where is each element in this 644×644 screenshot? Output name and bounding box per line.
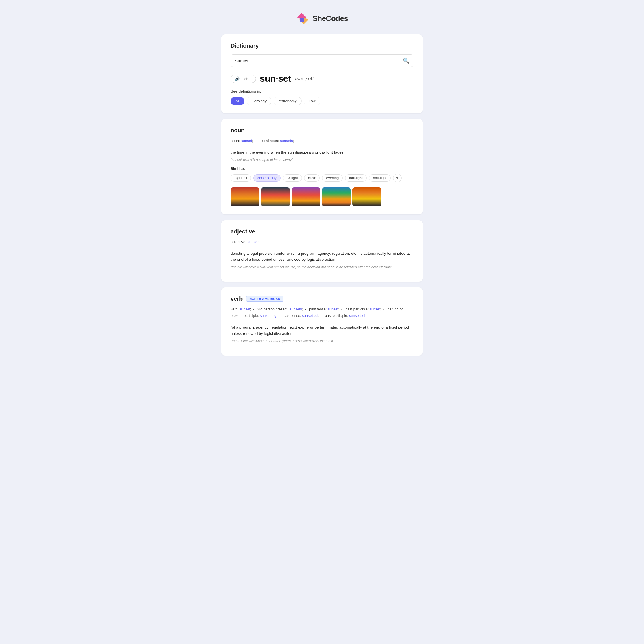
sunset-image-2 [261, 187, 290, 206]
sim-tag-dusk[interactable]: dusk [304, 174, 320, 182]
noun-definition: the time in the evening when the sun dis… [231, 149, 413, 156]
third-person-link[interactable]: sunsets [290, 307, 302, 311]
listen-label: Listen [241, 76, 252, 81]
plural-label: plural noun: [259, 139, 279, 143]
similiar-row: nightfall close of day twilight dusk eve… [231, 174, 413, 182]
adj-example: "the bill will have a two-year sunset cl… [231, 265, 413, 269]
sunset-image-5 [352, 187, 381, 206]
verb-pos-title: verb [231, 296, 243, 302]
adjective-card: adjective adjective: sunset; denoting a … [221, 220, 423, 282]
see-defs-label: See definitions in: [231, 89, 413, 93]
speaker-icon: 🔊 [235, 76, 240, 81]
category-law[interactable]: Law [304, 97, 321, 105]
noun-example: "sunset was still a couple of hours away… [231, 158, 413, 162]
search-box: 🔍 [231, 54, 413, 67]
category-horology[interactable]: Horology [247, 97, 271, 105]
sim-tag-twilight[interactable]: twilight [283, 174, 302, 182]
image-row [231, 187, 413, 206]
listen-button[interactable]: 🔊 Listen [231, 75, 256, 83]
adj-meta: adjective: sunset; [231, 239, 413, 245]
verb-definition: (of a program, agency, regulation, etc.)… [231, 324, 413, 337]
phonetic: /sən,set/ [295, 76, 314, 82]
past-tense2-link[interactable]: sunsetted [302, 314, 318, 318]
past-participle2-label: past participle: [325, 314, 348, 318]
category-row: All Horology Astronomy Law [231, 97, 413, 105]
north-american-badge: NORTH AMERICAN [246, 296, 283, 302]
past-participle-label: past participle: [346, 307, 369, 311]
word-row: 🔊 Listen sun·set /sən,set/ [231, 73, 413, 84]
noun-meta-prefix: noun: [231, 139, 240, 143]
past-participle-link[interactable]: sunset [370, 307, 380, 311]
plural-link[interactable]: sunsets [280, 139, 293, 143]
adj-definition: denoting a legal provision under which a… [231, 250, 413, 263]
verb-header: verb NORTH AMERICAN [231, 296, 413, 302]
sim-tag-nightfall[interactable]: nightfall [231, 174, 251, 182]
svg-marker-2 [300, 18, 304, 22]
category-astronomy[interactable]: Astronomy [274, 97, 301, 105]
third-person-label: 3rd person present: [257, 307, 288, 311]
sunset-image-4 [322, 187, 351, 206]
past-tense-link[interactable]: sunset [328, 307, 338, 311]
gerund-link[interactable]: sunsetting [260, 314, 276, 318]
word-display: sun·set [260, 73, 291, 84]
logo-icon [296, 11, 310, 25]
site-header: SheCodes [221, 11, 423, 25]
adj-link[interactable]: sunset [248, 240, 258, 244]
category-all[interactable]: All [231, 97, 244, 105]
adj-pos-title: adjective [231, 228, 413, 235]
sim-tag-evening[interactable]: evening [322, 174, 343, 182]
search-input[interactable] [235, 58, 403, 63]
similiar-label: Similiar: [231, 166, 413, 171]
sim-tag-closeofday[interactable]: close of day [253, 174, 281, 182]
search-icon[interactable]: 🔍 [403, 57, 409, 64]
sim-tag-halflight1[interactable]: half-light [345, 174, 367, 182]
verb-example: "the tax cut will sunset after three yea… [231, 339, 413, 343]
noun-link[interactable]: sunset [241, 139, 252, 143]
verb-link[interactable]: sunset [239, 307, 250, 311]
verb-card: verb NORTH AMERICAN verb: sunset; - 3rd … [221, 287, 423, 356]
verb-meta: verb: sunset; - 3rd person present: suns… [231, 306, 413, 319]
adj-meta-prefix: adjective: [231, 240, 246, 244]
noun-meta: noun: sunset; - plural noun: sunsets; [231, 138, 413, 144]
sunset-image-3 [292, 187, 320, 206]
sim-tag-halflight2[interactable]: half-light [369, 174, 390, 182]
past-participle2-link[interactable]: sunsetted [349, 314, 365, 318]
logo-text: SheCodes [313, 14, 348, 23]
dictionary-card: Dictionary 🔍 🔊 Listen sun·set /sən,set/ … [221, 35, 423, 113]
dictionary-title: Dictionary [231, 43, 413, 49]
noun-card: noun noun: sunset; - plural noun: sunset… [221, 119, 423, 214]
past-tense-label: past tense: [309, 307, 327, 311]
sunset-image-1 [231, 187, 259, 206]
noun-pos-title: noun [231, 127, 413, 134]
more-button[interactable]: ▼ [393, 174, 402, 182]
past-tense2-label: past tense: [283, 314, 301, 318]
